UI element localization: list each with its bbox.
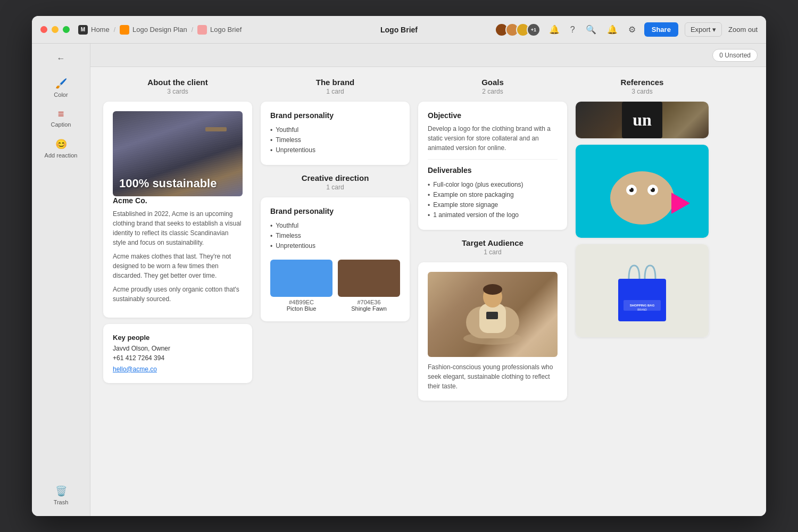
sidebar-item-caption[interactable]: ≡ Caption xyxy=(37,104,85,132)
swatch-blue-box xyxy=(270,260,332,297)
settings-button[interactable]: ⚙ xyxy=(626,22,638,37)
deliverable-2: Example on store packaging xyxy=(428,190,558,200)
objective-title: Objective xyxy=(428,111,558,120)
caption-icon: ≡ xyxy=(58,109,64,119)
close-button[interactable] xyxy=(40,26,47,33)
about-client-count: 3 cards xyxy=(103,88,252,95)
client-para-2: Acme makes clothes that last. They're no… xyxy=(113,252,243,280)
person-svg xyxy=(450,275,535,354)
ref-bird-image xyxy=(576,145,709,238)
column-goals-header: Goals 2 cards xyxy=(418,78,567,95)
ref-title: References xyxy=(576,78,709,87)
svg-point-13 xyxy=(650,187,652,189)
bird-svg xyxy=(589,145,695,238)
avatar-stack: +1 xyxy=(498,23,541,37)
column-brand-header: The brand 1 card xyxy=(261,78,410,95)
swatch-blue: #4B99EC Picton Blue xyxy=(270,260,332,312)
ref-bird-card xyxy=(576,145,709,238)
key-people-email[interactable]: hello@acme.co xyxy=(113,365,157,373)
app-body: ← 🖌️ Color ≡ Caption 😊 Add reaction 🗑️ T… xyxy=(32,44,766,516)
swatch-brown-code: #704E36 xyxy=(338,299,400,305)
objective-text: Develop a logo for the clothing brand wi… xyxy=(428,124,558,153)
brand-list-item-2: Timeless xyxy=(270,135,400,145)
goals-divider xyxy=(428,159,558,160)
goals-count: 2 cards xyxy=(418,88,567,95)
search-button[interactable]: 🔍 xyxy=(584,22,598,37)
about-client-title: About the client xyxy=(103,78,252,87)
brand-personality-card: Brand personality Youthful Timeless Unpr… xyxy=(261,102,410,165)
creative-section-count: 1 card xyxy=(261,184,410,191)
help-button[interactable]: ? xyxy=(568,23,577,37)
ref-sign-image: un xyxy=(576,102,709,138)
swatch-brown-name: Shingle Fawn xyxy=(338,305,400,312)
bag-svg: SHOPPING BAG BRAND xyxy=(589,244,695,337)
breadcrumb-sep-1: / xyxy=(114,26,115,34)
sidebar-item-trash[interactable]: 🗑️ Trash xyxy=(37,481,85,510)
plan-icon xyxy=(120,25,129,35)
sidebar-item-reaction[interactable]: 😊 Add reaction xyxy=(37,134,85,163)
column-about-client-header: About the client 3 cards xyxy=(103,78,252,95)
brand-personality-list: Youthful Timeless Unpretentious xyxy=(270,125,400,155)
target-audience-text: Fashion-conscious young professionals wh… xyxy=(428,362,558,391)
brand-list-item-3: Unpretentious xyxy=(270,145,400,155)
breadcrumb-plan-label: Logo Design Plan xyxy=(132,26,187,34)
fullscreen-button[interactable] xyxy=(63,26,70,33)
sidebar-reaction-label: Add reaction xyxy=(45,152,78,159)
title-bar: M Home / Logo Design Plan / Logo Brief L… xyxy=(32,16,766,44)
svg-marker-7 xyxy=(671,193,690,214)
share-button[interactable]: Share xyxy=(644,22,678,37)
breadcrumb-brief[interactable]: Logo Brief xyxy=(197,25,242,35)
jeans-image: 100% sustainable xyxy=(113,111,243,196)
ref-count: 3 cards xyxy=(576,88,709,95)
brand-count: 1 card xyxy=(261,88,410,95)
unsorted-button[interactable]: 0 Unsorted xyxy=(712,49,758,62)
swatch-blue-name: Picton Blue xyxy=(270,305,332,312)
sidebar-caption-label: Caption xyxy=(51,121,71,128)
goals-card: Objective Develop a logo for the clothin… xyxy=(418,102,567,230)
app-window: M Home / Logo Design Plan / Logo Brief L… xyxy=(32,16,766,516)
minimize-button[interactable] xyxy=(52,26,59,33)
sidebar-back-button[interactable]: ← xyxy=(53,50,70,67)
sidebar-trash-label: Trash xyxy=(54,499,69,505)
swatch-blue-code: #4B99EC xyxy=(270,299,332,305)
alerts-button[interactable]: 🔔 xyxy=(605,22,620,37)
goals-title: Goals xyxy=(418,78,567,87)
target-subheader: Target Audience 1 card xyxy=(418,238,567,256)
column-brand: The brand 1 card Brand personality Youth… xyxy=(261,78,410,321)
deliverable-4: 1 animated version of the logo xyxy=(428,210,558,220)
breadcrumb-plan[interactable]: Logo Design Plan xyxy=(120,25,187,35)
ref-bag-image: SHOPPING BAG BRAND xyxy=(576,244,709,337)
creative-list-item-3: Unpretentious xyxy=(270,241,400,251)
board: About the client 3 cards 100% sustainabl… xyxy=(90,67,766,516)
zoom-button[interactable]: Zoom out xyxy=(728,26,758,34)
column-ref-header: References 3 cards xyxy=(576,78,709,95)
notifications-button[interactable]: 🔔 xyxy=(547,22,562,37)
ref-sign-card: un xyxy=(576,102,709,138)
client-para-1: Established in 2022, Acme is an upcoming… xyxy=(113,209,243,247)
breadcrumb-home[interactable]: M Home xyxy=(78,25,110,35)
export-button[interactable]: Export ▾ xyxy=(685,22,722,37)
creative-section-title: Creative direction xyxy=(261,173,410,182)
client-company-name: Acme Co. xyxy=(113,196,243,205)
svg-text:BRAND: BRAND xyxy=(637,308,647,311)
client-hero-card: 100% sustainable Acme Co. Established in… xyxy=(103,102,252,318)
home-icon: M xyxy=(78,25,88,35)
title-bar-right: +1 🔔 ? 🔍 🔔 ⚙ Share Export ▾ Zoom out xyxy=(498,22,758,37)
deliverables-title: Deliverables xyxy=(428,166,558,174)
brand-title: The brand xyxy=(261,78,410,87)
brief-icon xyxy=(197,25,207,35)
breadcrumb-home-label: Home xyxy=(91,26,110,34)
svg-point-6 xyxy=(610,171,674,225)
deliverable-3: Example store signage xyxy=(428,200,558,210)
deliverable-1: Full-color logo (plus executions) xyxy=(428,180,558,190)
column-about-client: About the client 3 cards 100% sustainabl… xyxy=(103,78,252,383)
breadcrumb-sep-2: / xyxy=(192,26,193,34)
target-title: Target Audience xyxy=(418,238,567,247)
key-people-card: Key people Javvd Olson, Owner +61 412 72… xyxy=(103,324,252,383)
creative-personality-title: Brand personality xyxy=(270,207,400,215)
color-swatches: #4B99EC Picton Blue #704E36 Shingle Fawn xyxy=(270,260,400,312)
sidebar-item-color[interactable]: 🖌️ Color xyxy=(37,73,85,102)
avatar-count: +1 xyxy=(527,23,541,37)
breadcrumb-brief-label: Logo Brief xyxy=(210,26,242,34)
column-references: References 3 cards un xyxy=(576,78,709,337)
